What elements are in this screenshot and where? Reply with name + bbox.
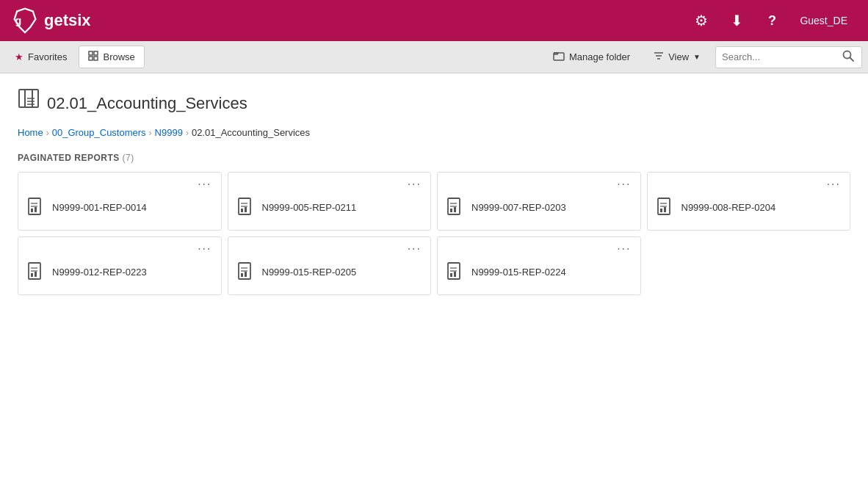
help-button[interactable]: ? — [756, 4, 788, 37]
user-label: Guest_DE — [800, 15, 847, 26]
card-title: N9999-001-REP-0014 — [52, 202, 147, 214]
manage-folder-icon — [553, 51, 565, 63]
card-menu-button[interactable]: ··· — [614, 242, 634, 256]
toolbar-left: ★ Favorites Browse — [6, 46, 544, 68]
browse-button[interactable]: Browse — [79, 46, 144, 68]
card-title: N9999-012-REP-0223 — [52, 267, 147, 279]
page-title-row: 02.01_Accounting_Services — [18, 88, 850, 118]
svg-text:g: g — [15, 15, 22, 26]
report-card[interactable]: ··· N9999-015-REP-0205 — [228, 236, 432, 295]
logo[interactable]: g getsix — [12, 7, 685, 34]
star-icon: ★ — [15, 51, 23, 62]
card-title: N9999-005-REP-0211 — [262, 202, 357, 214]
breadcrumb-sep-3: › — [186, 128, 189, 138]
favorites-label: Favorites — [28, 51, 67, 62]
search-button[interactable] — [841, 50, 856, 65]
card-title: N9999-007-REP-0203 — [471, 202, 566, 214]
view-chevron-icon: ▼ — [693, 53, 701, 61]
svg-rect-41 — [35, 272, 37, 277]
download-icon: ⬇ — [731, 12, 743, 29]
card-title: N9999-015-REP-0205 — [262, 267, 357, 279]
logo-icon: g — [12, 7, 38, 34]
report-icon — [657, 198, 674, 218]
report-icon — [27, 262, 45, 283]
report-icon — [446, 262, 464, 283]
card-menu-button[interactable]: ··· — [405, 177, 424, 192]
card-menu-row: ··· — [18, 237, 221, 256]
reports-grid: ··· N9999-001-REP-0014 ··· — [18, 172, 850, 295]
card-menu-button[interactable]: ··· — [405, 242, 424, 256]
card-menu-row: ··· — [438, 173, 640, 192]
breadcrumb-sep-2: › — [149, 128, 152, 138]
user-menu-button[interactable]: Guest_DE — [791, 9, 856, 32]
svg-rect-2 — [89, 51, 93, 55]
manage-folder-button[interactable]: Manage folder — [544, 46, 639, 68]
svg-rect-5 — [94, 57, 98, 60]
breadcrumb-sep-1: › — [46, 128, 49, 138]
report-card[interactable]: ··· N9999-001-REP-0014 — [18, 172, 222, 231]
card-content: N9999-005-REP-0211 — [228, 192, 431, 230]
report-card[interactable]: ··· N9999-015-REP-0224 — [437, 236, 641, 295]
svg-rect-36 — [664, 207, 666, 212]
breadcrumb-current: 02.01_Accounting_Services — [192, 127, 310, 138]
help-icon: ? — [768, 13, 776, 29]
search-input[interactable] — [722, 51, 841, 62]
report-icon — [27, 198, 45, 218]
toolbar: ★ Favorites Browse Manage — [0, 41, 868, 73]
section-count: (7) — [123, 153, 134, 163]
breadcrumb-home[interactable]: Home — [18, 127, 43, 138]
card-content: N9999-015-REP-0224 — [438, 256, 640, 294]
browse-icon — [88, 51, 98, 63]
card-menu-row: ··· — [648, 173, 850, 192]
logo-text: getsix — [44, 11, 91, 30]
manage-folder-label: Manage folder — [569, 51, 630, 62]
breadcrumb: Home › 00_Group_Customers › N9999 › 02.0… — [18, 127, 850, 138]
card-menu-row: ··· — [18, 173, 221, 192]
svg-rect-26 — [245, 207, 247, 212]
svg-rect-30 — [450, 209, 452, 212]
card-menu-button[interactable]: ··· — [195, 177, 214, 192]
header: g getsix ⚙ ⬇ ? Guest_DE — [0, 0, 868, 41]
section-header: PAGINATED REPORTS (7) — [18, 153, 850, 163]
view-button[interactable]: View ▼ — [645, 47, 709, 67]
report-icon — [237, 262, 255, 283]
card-title: N9999-008-REP-0204 — [681, 202, 776, 214]
card-menu-button[interactable]: ··· — [195, 242, 214, 256]
card-menu-button[interactable]: ··· — [614, 177, 634, 192]
download-button[interactable]: ⬇ — [720, 4, 753, 37]
report-icon — [237, 198, 255, 218]
breadcrumb-group[interactable]: 00_Group_Customers — [52, 127, 146, 138]
search-container — [715, 46, 862, 68]
card-menu-button[interactable]: ··· — [824, 177, 844, 192]
favorites-button[interactable]: ★ Favorites — [6, 47, 76, 67]
card-content: N9999-001-REP-0014 — [18, 192, 221, 230]
svg-rect-45 — [241, 273, 243, 277]
settings-button[interactable]: ⚙ — [685, 4, 717, 37]
card-content: N9999-012-REP-0223 — [18, 256, 221, 294]
page-title-icon — [18, 88, 40, 118]
browse-label: Browse — [103, 51, 134, 62]
page-title: 02.01_Accounting_Services — [47, 94, 247, 113]
svg-rect-20 — [31, 209, 33, 212]
report-icon — [446, 198, 464, 218]
card-menu-row: ··· — [228, 237, 431, 256]
main-content: 02.01_Accounting_Services Home › 00_Grou… — [0, 73, 868, 503]
toolbar-right: Manage folder View ▼ — [544, 46, 862, 68]
svg-rect-25 — [241, 209, 243, 212]
search-icon — [842, 51, 854, 64]
svg-rect-3 — [94, 51, 98, 55]
view-label: View — [668, 51, 689, 62]
report-card[interactable]: ··· N9999-012-REP-0223 — [18, 236, 222, 295]
settings-icon: ⚙ — [695, 12, 708, 29]
card-title: N9999-015-REP-0224 — [471, 267, 566, 279]
svg-rect-35 — [660, 209, 662, 212]
report-card[interactable]: ··· N9999-007-REP-0203 — [437, 172, 641, 231]
breadcrumb-n9999[interactable]: N9999 — [155, 127, 183, 138]
svg-rect-46 — [245, 272, 247, 277]
card-menu-row: ··· — [438, 237, 640, 256]
svg-rect-31 — [454, 207, 456, 212]
header-actions: ⚙ ⬇ ? Guest_DE — [685, 4, 856, 37]
svg-rect-4 — [89, 57, 93, 60]
report-card[interactable]: ··· N9999-005-REP-0211 — [228, 172, 432, 231]
report-card[interactable]: ··· N9999-008-REP-0204 — [647, 172, 851, 231]
